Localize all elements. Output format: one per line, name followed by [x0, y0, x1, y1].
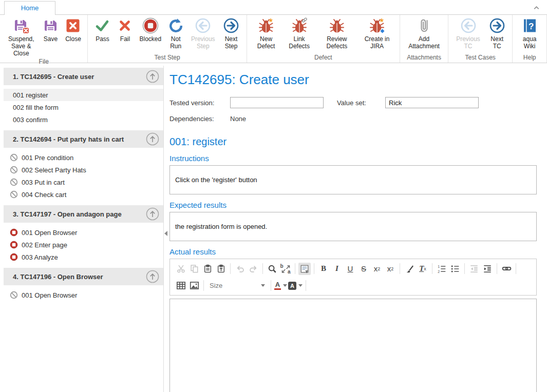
paste-plain-text-icon[interactable] — [215, 263, 227, 275]
previous-step-button[interactable]: Previous Step — [187, 16, 219, 51]
next-step-button[interactable]: Next Step — [219, 16, 243, 51]
pass-button[interactable]: Pass — [91, 16, 114, 44]
not-run-button[interactable]: Not Run — [164, 16, 187, 51]
superscript-icon[interactable]: x2 — [384, 263, 397, 275]
find-icon[interactable] — [266, 263, 278, 275]
strikethrough-glyph: S — [361, 264, 366, 273]
scroll-to-top-icon[interactable] — [146, 207, 159, 221]
x-mark-icon — [117, 17, 133, 34]
blocked-icon — [10, 253, 18, 261]
decrease-indent-icon[interactable] — [468, 263, 480, 275]
redo-icon[interactable] — [247, 263, 259, 275]
value-set-input[interactable] — [385, 97, 479, 108]
italic-icon[interactable]: I — [331, 263, 343, 275]
paste-icon[interactable] — [201, 263, 214, 275]
underline-icon[interactable]: U — [344, 263, 356, 275]
remove-format-icon[interactable]: Tx — [417, 263, 429, 275]
replace-icon[interactable]: b a — [279, 263, 292, 275]
tested-version-input[interactable] — [230, 97, 324, 108]
step-item[interactable]: 002 Enter page — [4, 239, 163, 251]
chevron-down-icon — [298, 284, 303, 287]
step-item[interactable]: 001 Pre condition — [4, 151, 163, 164]
step-title: 001: register — [169, 136, 537, 148]
insert-image-icon[interactable] — [188, 280, 200, 292]
stop-circle-icon — [142, 17, 159, 34]
expected-results-box: the registration form is opened. — [169, 212, 537, 241]
testcase-header-3[interactable]: 3. TC147197 - Open andagon page — [4, 205, 163, 223]
strikethrough-icon[interactable]: S — [357, 263, 370, 275]
scroll-to-top-icon[interactable] — [146, 270, 159, 283]
fail-button[interactable]: Fail — [114, 16, 136, 44]
tab-home[interactable]: Home — [4, 1, 55, 14]
cut-icon[interactable] — [175, 263, 187, 275]
testcase-header-4[interactable]: 4. TC147196 - Open Browser — [4, 268, 163, 285]
step-item[interactable]: 001 register — [4, 89, 163, 101]
fields-row: Tested version: Value set: — [169, 97, 537, 108]
collapse-ribbon-icon[interactable] — [532, 3, 541, 12]
step-item[interactable]: 001 Open Browser — [4, 226, 163, 239]
text-color-icon[interactable]: A — [274, 280, 287, 292]
step-item[interactable]: 002 Select Party Hats — [4, 164, 163, 176]
tested-version-label: Tested version: — [169, 99, 230, 107]
suspend-save-close-button[interactable]: Suspend, Save & Close — [3, 16, 39, 58]
close-button[interactable]: Close — [62, 16, 84, 44]
select-all-icon[interactable] — [298, 263, 311, 275]
testcase-header-2[interactable]: 2. TC142694 - Put party hats in cart — [4, 130, 163, 148]
step-item[interactable]: 001 Open Browser — [4, 289, 163, 301]
undo-icon[interactable] — [234, 263, 246, 275]
bold-icon[interactable]: B — [317, 263, 330, 275]
step-label: 002 fill the form — [13, 104, 59, 111]
link-defects-button[interactable]: Link Defects — [282, 16, 316, 51]
new-defect-button[interactable]: New Defect — [250, 16, 282, 51]
step-item[interactable]: 003 Analyze — [4, 251, 163, 263]
step-label: 001 Open Browser — [22, 229, 77, 237]
book-question-icon: ? — [521, 17, 538, 34]
step-item[interactable]: 004 Check cart — [4, 188, 163, 201]
dependencies-label: Dependencies: — [169, 115, 230, 123]
scroll-to-top-icon[interactable] — [146, 132, 159, 146]
testcase-header-1[interactable]: 1. TC142695 - Create user — [4, 68, 163, 85]
save-button[interactable]: Save — [39, 16, 62, 44]
app-window: Home Suspend, Save & Close — [0, 0, 547, 392]
numbered-list-icon[interactable]: 12 — [436, 263, 448, 275]
step-item[interactable]: 003 confirm — [4, 113, 163, 126]
insert-table-icon[interactable] — [175, 280, 187, 292]
button-label: Blocked — [139, 35, 161, 43]
copy-icon[interactable] — [188, 263, 200, 275]
previous-tc-button[interactable]: Previous TC — [451, 16, 485, 51]
ribbon-tab-row: Home — [0, 0, 547, 14]
scroll-to-top-icon[interactable] — [146, 70, 159, 83]
increase-indent-icon[interactable] — [481, 263, 494, 275]
sidebar-splitter-handle[interactable] — [164, 231, 167, 236]
ribbon-group-caption: Test Step — [89, 54, 245, 63]
step-label: 003 Put in cart — [22, 179, 65, 186]
button-label: Link Defects — [286, 35, 313, 50]
link-icon[interactable] — [500, 263, 513, 275]
font-size-dropdown[interactable]: Size — [206, 280, 268, 292]
add-attachment-button[interactable]: Add Attachment — [403, 16, 445, 51]
remove-format-mark: x — [424, 266, 426, 271]
format-painter-icon[interactable] — [403, 263, 416, 275]
actual-results-editor-area[interactable] — [169, 299, 537, 392]
next-tc-button[interactable]: Next TC — [485, 16, 509, 51]
bulleted-list-icon[interactable] — [449, 263, 461, 275]
review-defects-button[interactable]: Review Defects — [316, 16, 357, 51]
create-in-jira-button[interactable]: Create in JIRA — [357, 16, 397, 51]
instructions-text: Click on the 'register' button — [175, 176, 257, 184]
background-color-icon[interactable]: A — [288, 280, 303, 292]
button-label: Pass — [96, 35, 109, 43]
step-item[interactable]: 002 fill the form — [4, 101, 163, 113]
circle-arrow-left-icon — [460, 17, 477, 34]
step-item[interactable]: 003 Put in cart — [4, 176, 163, 188]
step-label: 001 Pre condition — [22, 154, 73, 162]
page-title: TC142695: Create user — [169, 72, 537, 88]
dependencies-row: Dependencies: None — [169, 115, 537, 123]
test-steps-sidebar: 1. TC142695 - Create user 001 register 0… — [4, 66, 164, 392]
blocked-button[interactable]: Blocked — [136, 16, 164, 44]
not-run-icon — [10, 190, 18, 199]
subscript-icon[interactable]: x2 — [371, 263, 383, 275]
actual-results-heading: Actual results — [169, 247, 537, 256]
aqua-wiki-button[interactable]: ? aqua Wiki — [516, 16, 543, 51]
editor-toolbar: b a B I U S x2 x2 Tx 12 — [169, 259, 537, 296]
font-size-value: Size — [210, 282, 222, 289]
